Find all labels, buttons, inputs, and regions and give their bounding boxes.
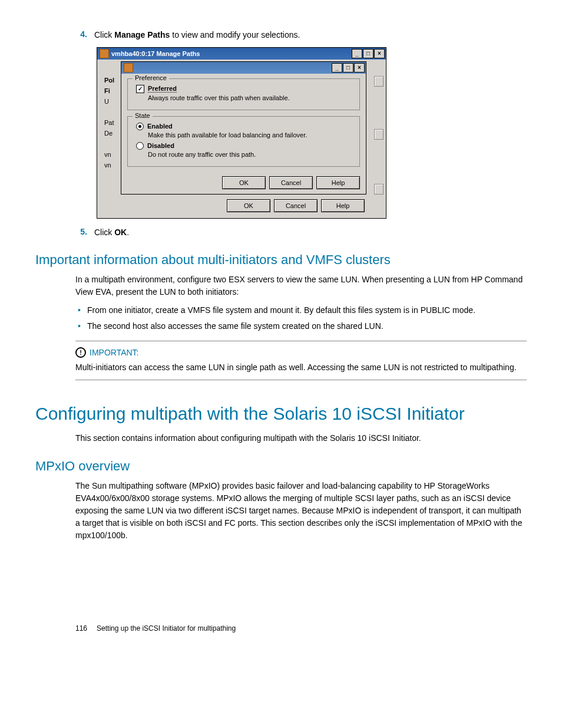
ok-button[interactable]: OK	[222, 176, 266, 189]
important-callout: ! IMPORTANT: Multi-initiators can access…	[75, 341, 527, 380]
page-footer: 116 Setting up the iSCSI Initiator for m…	[75, 624, 527, 633]
minimize-button[interactable]: _	[332, 63, 342, 73]
section-heading: MPxIO overview	[35, 459, 527, 474]
preferred-checkbox[interactable]: ✓	[136, 85, 144, 93]
clipped-labels: Pol Fi U Pat De vn vn	[104, 75, 114, 170]
outer-titlebar: vmhba40:0:17 Manage Paths _ □ ×	[97, 48, 386, 60]
scrollbar[interactable]	[374, 76, 384, 195]
alert-icon: !	[75, 347, 86, 358]
inner-titlebar: _ □ ×	[121, 62, 366, 74]
list-item: The second host also accesses the same f…	[75, 320, 527, 332]
preferred-label: Preferred	[148, 85, 177, 93]
body-text: The Sun multipathing software (MPxIO) pr…	[75, 480, 527, 542]
step-text: Click Manage Paths to view and modify yo…	[94, 29, 527, 41]
inner-dialog: _ □ × Preference ✓ Preferred Always rout…	[121, 61, 366, 195]
state-group: State Enabled Make this path available f…	[127, 116, 360, 167]
cancel-button[interactable]: Cancel	[274, 199, 318, 212]
step-number: 4.	[71, 29, 94, 41]
enabled-desc: Make this path available for load balanc…	[148, 131, 353, 139]
callout-label: IMPORTANT:	[90, 348, 139, 357]
group-legend: State	[133, 112, 153, 119]
page-number: 116	[75, 624, 87, 633]
help-button[interactable]: Help	[321, 199, 365, 212]
help-button[interactable]: Help	[316, 176, 360, 189]
disabled-desc: Do not route any traffic over this path.	[148, 151, 353, 158]
cancel-button[interactable]: Cancel	[269, 176, 313, 189]
callout-body: Multi-initiators can access the same LUN…	[75, 361, 527, 374]
manage-paths-dialog: vmhba40:0:17 Manage Paths _ □ × Pol Fi U…	[97, 47, 386, 219]
window-icon	[100, 49, 109, 58]
body-text: This section contains information about …	[75, 432, 527, 444]
maximize-button[interactable]: □	[343, 63, 353, 73]
step-number: 5.	[71, 227, 94, 239]
group-legend: Preference	[133, 74, 169, 81]
section-heading: Configuring multipath with the Solaris 1…	[35, 404, 527, 424]
preference-group: Preference ✓ Preferred Always route traf…	[127, 78, 360, 110]
disabled-label: Disabled	[147, 142, 174, 149]
close-button[interactable]: ×	[354, 63, 365, 73]
disabled-radio[interactable]	[136, 142, 144, 150]
footer-section: Setting up the iSCSI Initiator for multi…	[97, 624, 236, 633]
minimize-button[interactable]: _	[352, 49, 362, 58]
close-button[interactable]: ×	[374, 49, 385, 58]
step-text: Click OK.	[94, 227, 527, 239]
window-title: vmhba40:0:17 Manage Paths	[111, 50, 351, 57]
section-heading: Important information about multi-initia…	[35, 252, 527, 268]
enabled-radio[interactable]	[136, 123, 144, 130]
list-item: From one initiator, create a VMFS file s…	[75, 304, 527, 317]
maximize-button[interactable]: □	[363, 49, 373, 58]
ok-button[interactable]: OK	[227, 199, 270, 212]
enabled-label: Enabled	[147, 123, 173, 130]
body-text: In a multipath environment, configure tw…	[75, 274, 527, 298]
preferred-desc: Always route traffic over this path when…	[148, 94, 353, 101]
window-icon	[124, 63, 133, 73]
